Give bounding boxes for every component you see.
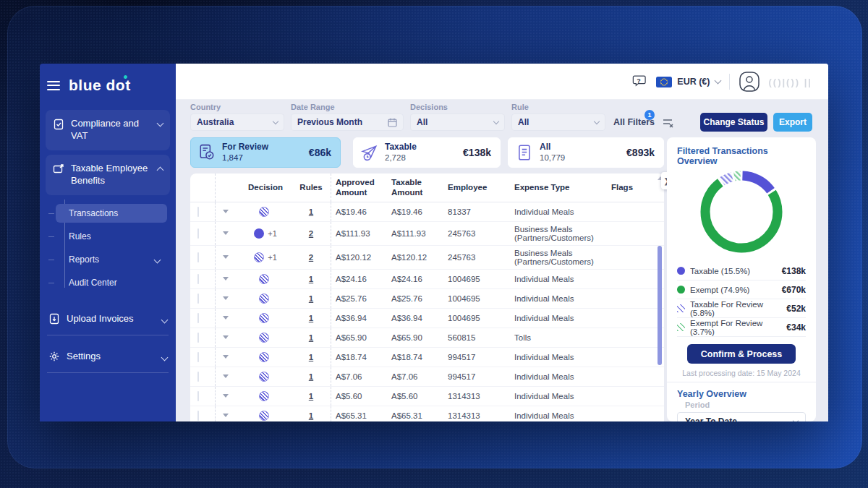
row-expand-caret[interactable]: [223, 374, 229, 378]
table-row[interactable]: +1 2 A$120.12 A$120.12 245763 Business M…: [190, 246, 664, 270]
table-row[interactable]: 1 A$7.06 A$7.06 994517 Individual Meals: [190, 367, 664, 387]
column-header-employee[interactable]: Employee: [448, 179, 514, 196]
menu-icon[interactable]: [47, 81, 60, 90]
row-expand-caret[interactable]: [223, 414, 229, 417]
scrollbar-thumb[interactable]: [658, 246, 662, 365]
row-expand-caret[interactable]: [223, 394, 229, 398]
submenu-item[interactable]: Rules: [56, 227, 167, 246]
row-expand-caret[interactable]: [223, 277, 229, 281]
screen: { "app": { "logo_text": "blue dot", "wat…: [0, 0, 868, 488]
rules-link[interactable]: 1: [294, 272, 331, 286]
row-expand-caret[interactable]: [223, 210, 229, 213]
legend-label: Taxable (15.5%): [690, 267, 777, 275]
table-row[interactable]: 1 A$5.60 A$5.60 1314313 Individual Meals: [190, 387, 664, 406]
rules-link[interactable]: 1: [294, 408, 331, 421]
period-select[interactable]: Year To Date: [677, 412, 806, 421]
row-checkbox[interactable]: [197, 274, 199, 284]
column-header-approved-amount[interactable]: Approved Amount: [331, 174, 391, 202]
row-expand-caret[interactable]: [223, 296, 229, 300]
row-checkbox[interactable]: [197, 352, 199, 362]
table-row[interactable]: 1 A$36.94 A$36.94 1004695 Individual Mea…: [190, 309, 664, 328]
employee-cell: 245763: [448, 250, 514, 265]
row-checkbox-cell: [196, 389, 215, 403]
row-expand-cell: [215, 202, 239, 221]
panel-divider: [667, 382, 816, 382]
decision-status-icon: [259, 313, 269, 323]
table-row[interactable]: 1 A$18.74 A$18.74 994517 Individual Meal…: [190, 348, 664, 367]
row-checkbox[interactable]: [197, 313, 199, 323]
rules-link[interactable]: 1: [294, 330, 331, 345]
table-row[interactable]: 1 A$65.90 A$65.90 560815 Tolls: [190, 328, 664, 348]
rules-link[interactable]: 1: [294, 311, 331, 325]
row-checkbox[interactable]: [197, 372, 199, 382]
clear-filters-icon[interactable]: [663, 118, 677, 129]
decisions-select[interactable]: All: [410, 114, 505, 131]
column-header-flags[interactable]: Flags: [611, 179, 654, 196]
row-checkbox[interactable]: [197, 391, 199, 401]
row-checkbox[interactable]: [197, 411, 199, 421]
sidebar-divider: [47, 335, 169, 335]
rules-link[interactable]: 1: [294, 205, 331, 219]
table-row[interactable]: 1 A$24.16 A$24.16 1004695 Individual Mea…: [190, 270, 664, 289]
summary-card-all[interactable]: All 10,779 €893k: [508, 137, 664, 168]
confirm-process-button[interactable]: Confirm & Process: [687, 344, 796, 364]
submenu-item[interactable]: Transactions: [56, 204, 167, 223]
user-avatar-icon[interactable]: [739, 71, 760, 93]
submenu-item[interactable]: Audit Center: [56, 273, 167, 292]
decision-cell: [239, 349, 294, 365]
rules-link[interactable]: 1: [294, 389, 331, 403]
rules-link[interactable]: 1: [294, 369, 331, 384]
row-checkbox-cell: [196, 369, 215, 384]
sidebar-item-compliance-and-vat[interactable]: Compliance and VAT: [46, 110, 170, 150]
column-header-decision[interactable]: Decision: [239, 179, 294, 196]
sidebar-item-taxable-employee-benefits[interactable]: Taxable Employee Benefits: [46, 155, 170, 195]
date-range-select[interactable]: Previous Month: [291, 114, 404, 131]
help-icon[interactable]: ?: [631, 74, 647, 90]
row-expand-caret[interactable]: [223, 231, 229, 235]
column-header-taxable-amount[interactable]: Taxable Amount: [391, 174, 448, 202]
row-expand-caret[interactable]: [223, 355, 229, 359]
rules-link[interactable]: 2: [294, 250, 331, 265]
sidebar-divider: [47, 372, 169, 373]
row-checkbox[interactable]: [197, 294, 199, 304]
summary-card-for-review[interactable]: For Review 1,847 €86k: [190, 137, 341, 168]
row-checkbox[interactable]: [197, 207, 199, 217]
rules-link[interactable]: 1: [294, 350, 331, 364]
row-checkbox[interactable]: [197, 333, 199, 343]
legend-row[interactable]: Exempt For Review (3.7%) €34k: [677, 318, 806, 337]
sidebar-item-label: Upload Invoices: [67, 313, 156, 324]
row-checkbox[interactable]: [197, 228, 199, 239]
column-header-expense-type[interactable]: Expense Type: [514, 179, 611, 196]
card-count: 2,728: [385, 153, 456, 163]
country-select[interactable]: Australia: [190, 114, 284, 131]
row-expand-caret[interactable]: [223, 335, 229, 339]
row-expand-caret[interactable]: [223, 316, 229, 320]
summary-card-taxable[interactable]: Taxable 2,728 €138k: [353, 137, 501, 168]
sidebar-item-upload-invoices[interactable]: Upload Invoices: [40, 304, 176, 333]
employee-cell: 1314313: [448, 389, 514, 403]
table-row[interactable]: +1 2 A$111.93 A$111.93 245763 Business M…: [190, 222, 664, 246]
card-amount: €86k: [309, 147, 331, 158]
row-expand-caret[interactable]: [223, 255, 229, 259]
legend-row[interactable]: Exempt (74.9%) €670k: [677, 281, 806, 299]
rule-select[interactable]: All: [511, 114, 605, 131]
decision-extra-count: +1: [268, 229, 277, 238]
row-checkbox[interactable]: [197, 252, 199, 262]
filter-label: Rule: [511, 103, 605, 111]
table-row[interactable]: 1 A$65.31 A$65.31 1314313 Individual Mea…: [190, 406, 664, 421]
rules-link[interactable]: 1: [294, 291, 331, 306]
currency-selector[interactable]: EUR (€): [656, 77, 720, 87]
header-caret-spacer: [215, 174, 239, 202]
submenu-item[interactable]: Reports: [56, 250, 167, 269]
column-header-rules[interactable]: Rules: [294, 179, 331, 196]
change-status-button[interactable]: Change Status: [700, 113, 767, 132]
sidebar-item-settings[interactable]: Settings: [40, 341, 176, 371]
flags-cell: [611, 296, 654, 301]
legend-row[interactable]: Taxable For Review (5.8%) €52k: [677, 299, 806, 318]
table-scrollbar[interactable]: [657, 200, 662, 421]
rules-link[interactable]: 2: [294, 226, 331, 241]
table-row[interactable]: 1 A$19.46 A$19.46 81337 Individual Meals: [190, 202, 664, 222]
table-row[interactable]: 1 A$25.76 A$25.76 1004695 Individual Mea…: [190, 289, 664, 309]
export-button[interactable]: Export: [773, 113, 812, 132]
legend-row[interactable]: Taxable (15.5%) €138k: [677, 262, 806, 281]
